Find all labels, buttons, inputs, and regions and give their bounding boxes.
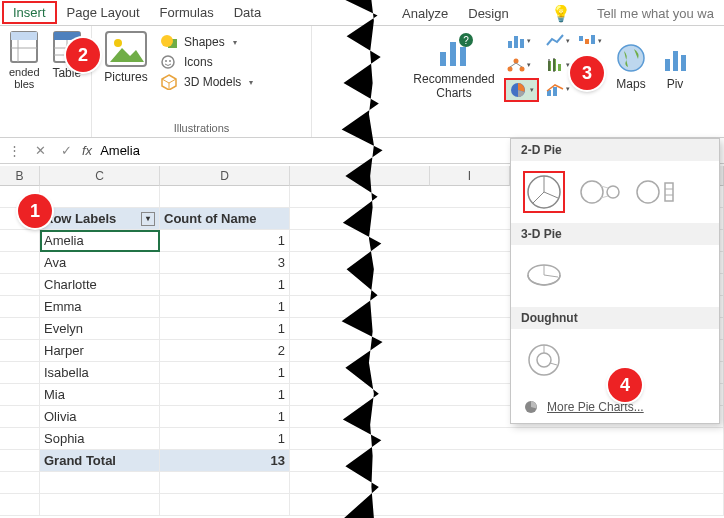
cell[interactable]: 1 [160,274,290,296]
rec-charts-label: Recommended Charts [413,72,494,100]
pie-3d-option[interactable] [523,255,565,297]
tell-me-input[interactable]: Tell me what you wa [587,2,724,25]
recommended-charts-icon: ? [434,32,474,70]
svg-point-57 [581,181,603,203]
cell[interactable]: Charlotte [40,274,160,296]
pie-3d-icon [524,259,564,293]
cell[interactable]: 1 [160,296,290,318]
svg-rect-41 [553,87,557,96]
doughnut-section-label: Doughnut [511,307,719,329]
pie-chart-icon [509,81,529,99]
cell[interactable]: Olivia [40,406,160,428]
column-chart-button[interactable]: ▾ [504,30,532,52]
pictures-button[interactable]: Pictures [98,30,154,84]
step-badge-2: 2 [66,38,100,72]
cell-value[interactable]: 1 [160,230,290,252]
waterfall-icon [577,33,597,49]
step-badge-3: 3 [570,56,604,90]
cell[interactable]: Harper [40,340,160,362]
svg-line-67 [544,275,558,277]
filter-dropdown-icon[interactable]: ▾ [141,212,155,226]
3d-models-label: 3D Models [184,75,241,89]
shapes-label: Shapes [184,35,225,49]
col-header-c[interactable]: C [40,166,160,186]
accept-formula-button[interactable]: ✓ [56,143,76,158]
maps-button[interactable]: Maps [609,41,653,91]
tab-insert[interactable]: Insert [2,1,57,24]
pie-2d-section-label: 2-D Pie [511,139,719,161]
pie-of-pie-option[interactable] [579,171,621,213]
waterfall-chart-button[interactable]: ▾ [575,30,603,52]
tab-design[interactable]: Design [458,2,518,25]
col-header-b[interactable]: B [0,166,40,186]
svg-rect-23 [460,47,466,66]
cell[interactable]: 2 [160,340,290,362]
recommended-pivot-button[interactable]: ended bles [6,30,43,90]
3d-models-button[interactable]: 3D Models▾ [160,74,253,90]
cell[interactable]: 3 [160,252,290,274]
recommended-charts-button[interactable]: ? Recommended Charts [410,32,498,100]
svg-line-71 [550,363,557,365]
tab-data[interactable]: Data [224,1,271,24]
cell[interactable]: Ava [40,252,160,274]
pie-2d-option[interactable] [523,171,565,213]
cell[interactable]: Isabella [40,362,160,384]
pivotchart-button[interactable]: Piv [659,41,691,91]
pie-of-pie-icon [579,173,621,211]
pivotchart-label: Piv [667,77,684,91]
lightbulb-icon: 💡 [541,0,581,27]
pivot-grand-total-label: Grand Total [40,450,160,472]
pivot-table-icon [9,30,39,64]
col-header-d[interactable]: D [160,166,290,186]
cell[interactable]: 1 [160,384,290,406]
svg-point-29 [513,59,518,64]
svg-rect-28 [520,39,524,48]
doughnut-icon [525,341,563,379]
stat-chart-button[interactable]: ▾ [543,54,571,76]
shapes-icon [160,34,178,50]
doughnut-option[interactable] [523,339,565,381]
rec-pivot-label: ended bles [9,66,40,90]
column-chart-icon [506,33,526,49]
hierarchy-chart-icon [506,57,526,73]
pie-3d-section-label: 3-D Pie [511,223,719,245]
cell[interactable]: Evelyn [40,318,160,340]
pie-2d-icon [525,173,563,211]
cube-icon [160,74,178,90]
icons-icon [160,54,178,70]
bar-of-pie-option[interactable] [635,171,677,213]
shapes-button[interactable]: Shapes▾ [160,34,253,50]
svg-line-55 [544,192,558,198]
tab-formulas[interactable]: Formulas [150,1,224,24]
svg-line-19 [169,79,176,83]
cell[interactable]: 1 [160,406,290,428]
line-chart-icon [545,33,565,49]
cell[interactable]: Emma [40,296,160,318]
pivot-row-labels-header[interactable]: Row Labels▾ [40,208,160,230]
svg-rect-1 [11,32,37,40]
cell[interactable]: 1 [160,318,290,340]
tab-analyze[interactable]: Analyze [392,2,458,25]
svg-point-10 [114,39,122,47]
cell[interactable]: Sophia [40,428,160,450]
fx-label[interactable]: fx [82,143,92,158]
formula-menu-dots[interactable]: ⋮ [4,143,24,158]
line-chart-button[interactable]: ▾ [543,30,571,52]
col-header-i[interactable]: I [430,166,510,186]
svg-marker-11 [110,48,144,62]
svg-point-69 [537,353,551,367]
cancel-formula-button[interactable]: ✕ [30,143,50,158]
svg-rect-62 [665,183,673,201]
pie-chart-button[interactable]: ▾ [504,78,539,102]
svg-rect-21 [440,52,446,66]
icons-button[interactable]: Icons [160,54,253,70]
cell[interactable]: Mia [40,384,160,406]
cell[interactable]: 1 [160,362,290,384]
combo-chart-button[interactable]: ▾ [543,78,571,100]
more-pie-icon [523,399,539,415]
tab-page-layout[interactable]: Page Layout [57,1,150,24]
tables-group-label [6,133,85,135]
hierarchy-chart-button[interactable]: ▾ [504,54,532,76]
cell-selected[interactable]: Amelia [40,230,160,252]
cell[interactable]: 1 [160,428,290,450]
